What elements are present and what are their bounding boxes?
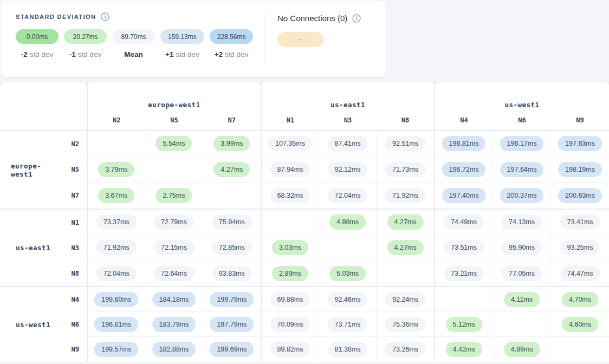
latency-pill[interactable]: 92.24ms xyxy=(385,292,425,307)
latency-pill[interactable]: 77.05ms xyxy=(502,266,542,281)
latency-pill[interactable]: 72.79ms xyxy=(154,214,194,230)
latency-pill[interactable]: 196.72ms xyxy=(442,162,486,177)
latency-cell: 70.09ms xyxy=(262,312,319,337)
latency-cell: 73.26ms xyxy=(377,337,434,362)
latency-pill[interactable]: 93.25ms xyxy=(560,240,600,255)
latency-pill[interactable]: 89.82ms xyxy=(270,342,310,357)
column-node-label: N8 xyxy=(377,116,434,124)
latency-pill[interactable]: 71.92ms xyxy=(96,240,137,255)
latency-pill[interactable]: 95.90ms xyxy=(502,240,542,255)
row-node-label: N5 xyxy=(55,157,79,183)
latency-pill[interactable]: 87.94ms xyxy=(270,162,310,177)
latency-pill[interactable]: 196.17ms xyxy=(500,136,544,151)
latency-pill[interactable]: 73.51ms xyxy=(444,240,484,255)
latency-pill[interactable]: 71.92ms xyxy=(385,188,425,203)
latency-pill[interactable]: 92.51ms xyxy=(385,136,425,151)
latency-pill[interactable]: 74.47ms xyxy=(560,266,600,281)
latency-pill[interactable]: 81.38ms xyxy=(328,342,368,357)
latency-pill[interactable]: 197.63ms xyxy=(558,136,602,151)
latency-pill[interactable]: 4.27ms xyxy=(387,240,424,255)
row-node-label: N3 xyxy=(55,235,79,261)
latency-pill[interactable]: 73.41ms xyxy=(560,214,600,230)
latency-pill[interactable]: 196.81ms xyxy=(442,136,486,151)
latency-cell: 3.79ms xyxy=(88,157,145,183)
latency-pill[interactable]: 68.32ms xyxy=(270,188,310,203)
latency-cell: 71.92ms xyxy=(377,183,434,209)
row-node-labels: N4N6N9 xyxy=(55,287,79,362)
latency-pill[interactable]: 198.19ms xyxy=(558,162,602,177)
latency-pill[interactable]: 73.21ms xyxy=(444,266,484,281)
latency-pill[interactable]: 92.12ms xyxy=(328,162,368,177)
latency-pill[interactable]: 73.71ms xyxy=(328,317,368,332)
latency-pill[interactable]: 3.03ms xyxy=(272,240,308,255)
latency-pill[interactable]: 3.99ms xyxy=(213,136,250,151)
latency-pill[interactable]: 5.54ms xyxy=(156,136,192,151)
latency-pill[interactable]: 199.69ms xyxy=(210,342,254,357)
latency-pill[interactable]: 73.26ms xyxy=(385,342,425,357)
row-region-label: europe-west1 xyxy=(0,131,55,209)
latency-pill[interactable]: 4.27ms xyxy=(213,162,250,177)
latency-pill[interactable]: 4.11ms xyxy=(504,292,540,307)
latency-pill[interactable]: 183.79ms xyxy=(152,317,196,332)
latency-cell: 196.72ms xyxy=(435,157,493,183)
latency-pill[interactable]: 5.12ms xyxy=(446,317,482,332)
no-connections-title: No Connections (0) xyxy=(277,14,347,23)
latency-pill[interactable]: 75.36ms xyxy=(385,317,425,332)
latency-pill[interactable]: 199.79ms xyxy=(210,292,254,307)
legend-title: STANDARD DEVIATION xyxy=(16,14,96,20)
matrix-block: 107.35ms87.41ms92.51ms87.94ms92.12ms71.7… xyxy=(262,131,434,209)
latency-pill[interactable]: 2.89ms xyxy=(272,266,308,281)
latency-pill[interactable]: 4.98ms xyxy=(329,214,366,230)
latency-pill[interactable]: 4.70ms xyxy=(562,292,598,307)
latency-cell xyxy=(262,210,319,235)
legend-swatch-pill: 89.70ms xyxy=(112,29,155,44)
column-group-header: europe-west1N2N5N7 xyxy=(88,82,261,130)
latency-pill[interactable]: 4.89ms xyxy=(504,342,540,357)
latency-cell xyxy=(493,312,551,337)
latency-cell: 4.27ms xyxy=(377,210,434,235)
latency-pill[interactable]: 200.63ms xyxy=(558,188,602,203)
info-icon[interactable] xyxy=(352,14,361,23)
latency-pill[interactable]: 2.75ms xyxy=(156,188,192,203)
info-icon[interactable] xyxy=(101,12,109,21)
latency-cell xyxy=(203,183,261,209)
latency-pill[interactable]: 92.46ms xyxy=(328,292,368,307)
latency-pill[interactable]: 3.67ms xyxy=(98,188,134,203)
latency-pill[interactable]: 93.83ms xyxy=(212,266,252,281)
latency-pill[interactable]: 87.41ms xyxy=(328,136,368,151)
latency-pill[interactable]: 75.94ms xyxy=(212,214,252,230)
latency-pill[interactable]: 72.15ms xyxy=(154,240,194,255)
latency-pill[interactable]: 197.40ms xyxy=(442,188,486,203)
column-group-header: us-east1N1N3N8 xyxy=(262,82,434,130)
latency-pill[interactable]: 200.37ms xyxy=(500,188,544,203)
latency-pill[interactable]: 197.79ms xyxy=(210,317,254,332)
latency-pill[interactable]: 72.04ms xyxy=(328,188,368,203)
latency-pill[interactable]: 199.60ms xyxy=(94,292,138,307)
latency-pill[interactable]: 71.73ms xyxy=(385,162,425,177)
latency-pill[interactable]: 74.13ms xyxy=(502,214,542,230)
latency-pill[interactable]: 5.03ms xyxy=(329,266,366,281)
latency-pill[interactable]: 73.37ms xyxy=(96,214,137,230)
latency-pill[interactable]: 72.04ms xyxy=(96,266,137,281)
latency-pill[interactable]: 182.88ms xyxy=(152,342,196,357)
latency-cell: 68.32ms xyxy=(262,183,319,209)
latency-cell: 73.41ms xyxy=(551,210,609,235)
latency-pill[interactable]: 199.57ms xyxy=(94,342,138,357)
latency-pill[interactable]: 69.88ms xyxy=(270,292,310,307)
latency-pill[interactable]: 72.64ms xyxy=(154,266,194,281)
latency-pill[interactable]: 196.81ms xyxy=(94,317,138,332)
latency-pill[interactable]: 107.35ms xyxy=(268,136,312,151)
latency-pill[interactable]: 4.42ms xyxy=(446,342,482,357)
latency-cell: 199.60ms xyxy=(88,287,145,312)
latency-pill[interactable]: 72.85ms xyxy=(212,240,252,255)
latency-pill[interactable]: 197.64ms xyxy=(500,162,544,177)
latency-pill[interactable]: 4.27ms xyxy=(387,214,424,230)
latency-pill[interactable]: 70.09ms xyxy=(270,317,310,332)
latency-pill[interactable]: 184.18ms xyxy=(152,292,196,307)
latency-pill[interactable]: 3.79ms xyxy=(98,162,134,177)
legend-stop-label: Mean xyxy=(124,50,143,58)
latency-pill[interactable]: 74.49ms xyxy=(444,214,484,230)
latency-cell: 197.40ms xyxy=(435,183,493,209)
column-group-header: us-west1N4N6N9 xyxy=(435,82,609,130)
latency-pill[interactable]: 4.60ms xyxy=(562,317,598,332)
